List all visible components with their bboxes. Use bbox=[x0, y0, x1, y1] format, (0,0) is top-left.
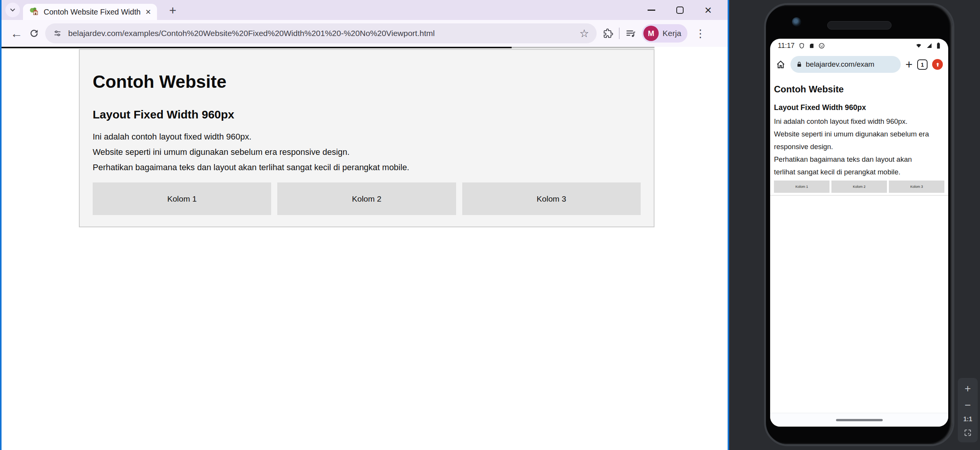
extensions-icon[interactable] bbox=[603, 28, 614, 39]
phone-column-row: Kolom 1 Kolom 2 Kolom 3 bbox=[774, 181, 944, 193]
front-camera bbox=[792, 17, 801, 26]
browser-toolbar: ← belajardev.com/examples/Contoh%20Websi… bbox=[2, 20, 728, 47]
phone-status-bar: 11:17 bbox=[770, 39, 948, 53]
sd-card-icon bbox=[809, 43, 815, 49]
address-bar[interactable]: belajardev.com/examples/Contoh%20Website… bbox=[45, 23, 597, 43]
battery-icon bbox=[936, 42, 941, 49]
column-box: Kolom 3 bbox=[462, 182, 641, 215]
phone-column-box: Kolom 3 bbox=[889, 181, 944, 193]
mirror-control-strip: + − 1:1 bbox=[958, 378, 978, 442]
phone-new-tab-button[interactable]: + bbox=[905, 58, 913, 71]
tab-strip: Contoh Website Fixed Width × + × bbox=[2, 0, 728, 20]
paragraph: Ini adalah contoh layout fixed width 960… bbox=[93, 132, 641, 142]
tab-search-button[interactable] bbox=[5, 3, 20, 17]
zoom-out-button[interactable]: − bbox=[965, 400, 971, 411]
paragraph: Perhatikan bagaimana teks dan layout aka… bbox=[93, 163, 641, 172]
paragraph: Website seperti ini umum digunakan sebel… bbox=[93, 147, 641, 157]
text-line: Website seperti ini umum digunakan sebel… bbox=[774, 128, 944, 140]
chevron-down-icon bbox=[9, 6, 16, 14]
text-line: responsive design. bbox=[774, 140, 944, 153]
signal-icon bbox=[926, 43, 933, 49]
page-viewport: Contoh Website Layout Fixed Width 960px … bbox=[2, 48, 728, 450]
phone-paragraphs: Ini adalah contoh layout fixed width 960… bbox=[774, 115, 944, 178]
maximize-icon bbox=[676, 7, 684, 14]
toolbar-actions: M Kerja ⋮ bbox=[603, 24, 708, 43]
new-tab-button[interactable]: + bbox=[165, 3, 180, 18]
phone-container-border bbox=[770, 195, 948, 195]
home-icon[interactable] bbox=[775, 59, 786, 70]
back-button[interactable]: ← bbox=[8, 25, 25, 42]
phone-column-box: Kolom 2 bbox=[831, 181, 887, 193]
text-line: Perhatikan bagaimana teks dan layout aka… bbox=[774, 153, 944, 166]
chrome-update-icon[interactable] bbox=[932, 59, 943, 70]
phone-browser-toolbar: belajardev.com/exam + 1 bbox=[770, 53, 948, 76]
lock-icon bbox=[796, 61, 802, 68]
reload-button[interactable] bbox=[25, 25, 43, 42]
zoom-in-button[interactable]: + bbox=[965, 383, 971, 394]
column-box: Kolom 1 bbox=[93, 182, 271, 215]
phone-page-title: Contoh Website bbox=[774, 84, 944, 95]
avatar-notification-icon bbox=[818, 43, 825, 49]
tab-close-icon[interactable]: × bbox=[146, 7, 151, 16]
close-button[interactable]: × bbox=[694, 0, 722, 20]
profile-button[interactable]: M Kerja bbox=[642, 24, 687, 43]
site-favicon-icon bbox=[29, 7, 39, 17]
column-box: Kolom 2 bbox=[277, 182, 456, 215]
minimize-icon bbox=[648, 10, 655, 11]
shield-icon bbox=[798, 43, 805, 49]
profile-name: Kerja bbox=[663, 29, 681, 38]
tab-title: Contoh Website Fixed Width bbox=[44, 8, 141, 16]
browser-window: Contoh Website Fixed Width × + × ← bbox=[0, 0, 729, 450]
phone-page-subtitle: Layout Fixed Width 960px bbox=[774, 103, 944, 112]
page-title: Contoh Website bbox=[93, 71, 641, 92]
desktop-screen: Contoh Website Fixed Width × + × ← bbox=[0, 0, 980, 450]
text-line: terlihat sangat kecil di perangkat mobil… bbox=[774, 166, 944, 178]
phone-address-bar[interactable]: belajardev.com/exam bbox=[790, 56, 901, 73]
wifi-icon bbox=[915, 43, 922, 49]
phone-screen: 11:17 bbox=[770, 39, 948, 427]
menu-kebab-icon[interactable]: ⋮ bbox=[693, 27, 708, 40]
page-subtitle: Layout Fixed Width 960px bbox=[93, 108, 641, 121]
phone-device: 11:17 bbox=[764, 3, 954, 446]
earpiece-speaker bbox=[827, 21, 892, 30]
phone-mirror-panel: 11:17 bbox=[729, 0, 980, 450]
media-controls-icon[interactable] bbox=[625, 28, 636, 39]
status-time: 11:17 bbox=[778, 42, 795, 50]
close-icon: × bbox=[705, 4, 712, 16]
phone-nav-bar bbox=[770, 413, 948, 427]
toolbar-separator bbox=[619, 28, 620, 39]
tab-switcher-button[interactable]: 1 bbox=[917, 59, 928, 70]
phone-column-box: Kolom 1 bbox=[774, 181, 829, 193]
window-controls: × bbox=[637, 0, 722, 20]
fit-screen-icon[interactable] bbox=[964, 429, 972, 437]
bookmark-star-icon[interactable]: ☆ bbox=[579, 27, 589, 40]
text-line: Ini adalah contoh layout fixed width 960… bbox=[774, 115, 944, 128]
maximize-button[interactable] bbox=[666, 0, 694, 20]
gesture-handle[interactable] bbox=[836, 419, 883, 421]
url-text: belajardev.com/examples/Contoh%20Website… bbox=[68, 29, 573, 38]
phone-page-content: Contoh Website Layout Fixed Width 960px … bbox=[770, 76, 948, 195]
actual-size-button[interactable]: 1:1 bbox=[963, 416, 972, 423]
column-row: Kolom 1 Kolom 2 Kolom 3 bbox=[93, 182, 641, 215]
avatar: M bbox=[643, 26, 659, 41]
browser-tab[interactable]: Contoh Website Fixed Width × bbox=[23, 4, 157, 20]
minimize-button[interactable] bbox=[637, 0, 666, 20]
phone-url-text: belajardev.com/exam bbox=[806, 60, 874, 69]
site-info-icon bbox=[53, 29, 62, 38]
page-container: Contoh Website Layout Fixed Width 960px … bbox=[79, 49, 654, 227]
